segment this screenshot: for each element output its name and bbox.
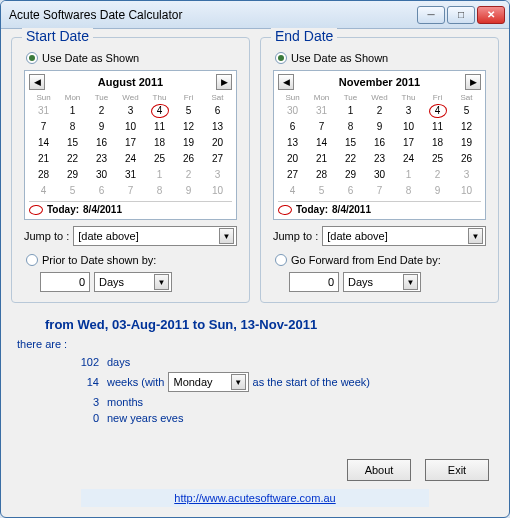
- cal-day[interactable]: 5: [307, 184, 336, 198]
- end-next-month[interactable]: ▶: [465, 74, 481, 90]
- cal-day[interactable]: 13: [278, 136, 307, 150]
- close-button[interactable]: ✕: [477, 6, 505, 24]
- end-forward-radio[interactable]: Go Forward from End Date by:: [275, 254, 490, 266]
- cal-day[interactable]: 8: [394, 184, 423, 198]
- cal-day[interactable]: 15: [336, 136, 365, 150]
- cal-day[interactable]: 16: [365, 136, 394, 150]
- exit-button[interactable]: Exit: [425, 459, 489, 481]
- cal-day[interactable]: 31: [116, 168, 145, 182]
- cal-day[interactable]: 27: [278, 168, 307, 182]
- cal-day[interactable]: 4: [145, 104, 174, 118]
- cal-day[interactable]: 2: [423, 168, 452, 182]
- cal-day[interactable]: 31: [29, 104, 58, 118]
- cal-day[interactable]: 11: [423, 120, 452, 134]
- cal-day[interactable]: 6: [336, 184, 365, 198]
- cal-day[interactable]: 17: [116, 136, 145, 150]
- cal-day[interactable]: 24: [116, 152, 145, 166]
- cal-day[interactable]: 14: [307, 136, 336, 150]
- cal-day[interactable]: 7: [365, 184, 394, 198]
- cal-day[interactable]: 23: [365, 152, 394, 166]
- cal-day[interactable]: 4: [423, 104, 452, 118]
- cal-day[interactable]: 24: [394, 152, 423, 166]
- cal-day[interactable]: 5: [58, 184, 87, 198]
- cal-day[interactable]: 26: [452, 152, 481, 166]
- cal-day[interactable]: 23: [87, 152, 116, 166]
- cal-day[interactable]: 5: [174, 104, 203, 118]
- website-link[interactable]: http://www.acutesoftware.com.au: [81, 489, 429, 507]
- cal-day[interactable]: 19: [452, 136, 481, 150]
- cal-day[interactable]: 2: [87, 104, 116, 118]
- cal-day[interactable]: 8: [336, 120, 365, 134]
- cal-day[interactable]: 10: [116, 120, 145, 134]
- cal-day[interactable]: 2: [365, 104, 394, 118]
- cal-day[interactable]: 4: [278, 184, 307, 198]
- week-start-select[interactable]: Monday ▼: [168, 372, 248, 392]
- cal-day[interactable]: 19: [174, 136, 203, 150]
- cal-day[interactable]: 18: [423, 136, 452, 150]
- cal-day[interactable]: 25: [145, 152, 174, 166]
- start-jump-select[interactable]: [date above] ▼: [73, 226, 237, 246]
- cal-day[interactable]: 11: [145, 120, 174, 134]
- cal-day[interactable]: 9: [174, 184, 203, 198]
- cal-day[interactable]: 7: [116, 184, 145, 198]
- cal-day[interactable]: 16: [87, 136, 116, 150]
- cal-day[interactable]: 10: [203, 184, 232, 198]
- cal-day[interactable]: 22: [58, 152, 87, 166]
- cal-day[interactable]: 10: [394, 120, 423, 134]
- end-use-date-radio[interactable]: Use Date as Shown: [275, 52, 490, 64]
- start-next-month[interactable]: ▶: [216, 74, 232, 90]
- end-today-row[interactable]: Today: 8/4/2011: [278, 201, 481, 215]
- cal-day[interactable]: 30: [278, 104, 307, 118]
- cal-day[interactable]: 8: [58, 120, 87, 134]
- cal-day[interactable]: 3: [452, 168, 481, 182]
- maximize-button[interactable]: □: [447, 6, 475, 24]
- cal-day[interactable]: 28: [307, 168, 336, 182]
- end-forward-unit-select[interactable]: Days ▼: [343, 272, 421, 292]
- cal-day[interactable]: 27: [203, 152, 232, 166]
- cal-day[interactable]: 1: [58, 104, 87, 118]
- start-prior-unit-select[interactable]: Days ▼: [94, 272, 172, 292]
- start-prior-radio[interactable]: Prior to Date shown by:: [26, 254, 241, 266]
- cal-day[interactable]: 13: [203, 120, 232, 134]
- cal-day[interactable]: 1: [336, 104, 365, 118]
- cal-day[interactable]: 8: [145, 184, 174, 198]
- cal-day[interactable]: 9: [365, 120, 394, 134]
- cal-day[interactable]: 20: [203, 136, 232, 150]
- cal-day[interactable]: 12: [452, 120, 481, 134]
- start-use-date-radio[interactable]: Use Date as Shown: [26, 52, 241, 64]
- cal-day[interactable]: 5: [452, 104, 481, 118]
- cal-day[interactable]: 25: [423, 152, 452, 166]
- cal-day[interactable]: 9: [423, 184, 452, 198]
- cal-day[interactable]: 6: [203, 104, 232, 118]
- cal-day[interactable]: 18: [145, 136, 174, 150]
- cal-day[interactable]: 4: [29, 184, 58, 198]
- start-cal-grid[interactable]: 3112345678910111213141516171819202122232…: [29, 104, 232, 198]
- cal-day[interactable]: 1: [394, 168, 423, 182]
- cal-day[interactable]: 3: [116, 104, 145, 118]
- cal-day[interactable]: 3: [394, 104, 423, 118]
- cal-day[interactable]: 9: [87, 120, 116, 134]
- cal-day[interactable]: 21: [307, 152, 336, 166]
- cal-day[interactable]: 14: [29, 136, 58, 150]
- cal-day[interactable]: 2: [174, 168, 203, 182]
- cal-day[interactable]: 29: [336, 168, 365, 182]
- cal-day[interactable]: 12: [174, 120, 203, 134]
- cal-day[interactable]: 7: [29, 120, 58, 134]
- minimize-button[interactable]: ─: [417, 6, 445, 24]
- cal-day[interactable]: 7: [307, 120, 336, 134]
- cal-day[interactable]: 20: [278, 152, 307, 166]
- cal-day[interactable]: 6: [278, 120, 307, 134]
- cal-day[interactable]: 30: [365, 168, 394, 182]
- cal-day[interactable]: 1: [145, 168, 174, 182]
- about-button[interactable]: About: [347, 459, 411, 481]
- cal-day[interactable]: 31: [307, 104, 336, 118]
- end-prev-month[interactable]: ◀: [278, 74, 294, 90]
- start-prior-input[interactable]: 0: [40, 272, 90, 292]
- start-today-row[interactable]: Today: 8/4/2011: [29, 201, 232, 215]
- cal-day[interactable]: 6: [87, 184, 116, 198]
- cal-day[interactable]: 3: [203, 168, 232, 182]
- cal-day[interactable]: 15: [58, 136, 87, 150]
- end-cal-grid[interactable]: 3031123456789101112131415161718192021222…: [278, 104, 481, 198]
- cal-day[interactable]: 29: [58, 168, 87, 182]
- cal-day[interactable]: 26: [174, 152, 203, 166]
